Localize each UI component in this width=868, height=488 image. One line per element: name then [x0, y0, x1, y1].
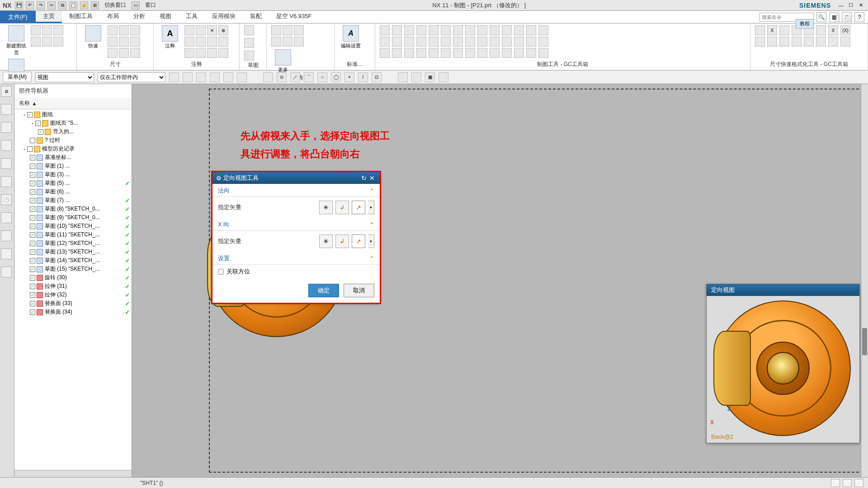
- ribbon-small-button[interactable]: [244, 25, 254, 35]
- collapse-icon[interactable]: ⌃: [369, 221, 374, 228]
- tree-row[interactable]: ✓草图 (1) ...: [14, 162, 132, 170]
- ribbon-small-button[interactable]: [490, 25, 500, 35]
- ribbon-small-button[interactable]: [130, 37, 140, 47]
- tree-row[interactable]: ✓草图 (12) "SKETCH_...✓: [14, 239, 132, 248]
- tree-checkbox[interactable]: ✓: [30, 172, 35, 178]
- search-icon[interactable]: 🔍: [816, 12, 826, 22]
- tree-row[interactable]: ✓草图 (10) "SKETCH_...✓: [14, 222, 132, 230]
- tree-row[interactable]: ✓基准坐标...: [14, 153, 132, 162]
- rail-button[interactable]: [1, 212, 12, 223]
- section-x[interactable]: X 向 ⌃: [212, 218, 380, 231]
- selbar-icon[interactable]: ⊡: [372, 72, 382, 82]
- selbar-icon[interactable]: ○: [317, 72, 327, 82]
- vector-constructor-icon[interactable]: ↗: [352, 201, 365, 214]
- rail-button[interactable]: [1, 122, 12, 133]
- rail-button[interactable]: [1, 140, 12, 151]
- statusbar-button[interactable]: [831, 479, 840, 487]
- copy-icon[interactable]: ⧉: [58, 1, 66, 9]
- ribbon-small-button[interactable]: [514, 37, 524, 47]
- ribbon-small-button[interactable]: [271, 37, 281, 47]
- ribbon-small-button[interactable]: [804, 37, 814, 47]
- history-icon[interactable]: 🕐: [1, 194, 12, 205]
- ribbon-small-button[interactable]: [840, 37, 850, 47]
- selbar-icon[interactable]: [439, 72, 448, 82]
- ribbon-small-button[interactable]: [380, 37, 390, 47]
- ribbon-small-button[interactable]: ✕: [207, 25, 217, 35]
- tree-row[interactable]: -模型历史记录: [14, 145, 132, 153]
- ribbon-small-button[interactable]: [502, 25, 512, 35]
- selbar-icon[interactable]: [411, 72, 421, 82]
- reverse-vector-icon[interactable]: ↲: [335, 201, 349, 214]
- ribbon-small-button[interactable]: [404, 37, 414, 47]
- settings-icon[interactable]: ⚙: [1, 86, 12, 97]
- tree-row[interactable]: ✓替换面 (33)✓: [14, 299, 132, 308]
- selbar-icon[interactable]: [223, 72, 233, 82]
- ribbon-small-button[interactable]: (X): [840, 25, 850, 35]
- tutorial-button[interactable]: 教程: [796, 19, 814, 28]
- ribbon-small-button[interactable]: [429, 25, 439, 35]
- ribbon-small-button[interactable]: [119, 37, 129, 47]
- selbar-icon[interactable]: [210, 72, 220, 82]
- rail-button[interactable]: [1, 249, 12, 259]
- cancel-button[interactable]: 取消: [344, 284, 374, 297]
- switch-window-label[interactable]: 切换窗口: [104, 1, 126, 9]
- selbar-icon[interactable]: [169, 72, 179, 82]
- ribbon-small-button[interactable]: [441, 37, 451, 47]
- selection-filter-2[interactable]: 仅在工作部件内: [98, 72, 165, 82]
- selbar-icon[interactable]: /: [358, 72, 368, 82]
- reverse-vector-icon[interactable]: ↲: [335, 235, 349, 248]
- menubar-tab[interactable]: 装配: [243, 11, 269, 23]
- tree-checkbox[interactable]: ✓: [30, 267, 35, 272]
- ok-button[interactable]: 确定: [308, 284, 339, 297]
- selbar-icon[interactable]: ⊙: [277, 72, 287, 82]
- menubar-tab[interactable]: 工具: [179, 11, 205, 23]
- ribbon-small-button[interactable]: [526, 48, 536, 58]
- menu-button[interactable]: 菜单(M): [3, 72, 32, 82]
- tree-row[interactable]: -✓图纸: [14, 110, 132, 119]
- save-icon[interactable]: 💾: [15, 1, 23, 9]
- vector-dropdown-icon[interactable]: ▾: [368, 235, 374, 248]
- ribbon-small-button[interactable]: [184, 48, 194, 58]
- ribbon-small-button[interactable]: [119, 48, 129, 58]
- new-drawing-sheet-button[interactable]: 新建图纸页: [5, 25, 28, 56]
- ribbon-small-button[interactable]: [207, 37, 217, 47]
- maximize-button[interactable]: ☐: [846, 2, 855, 9]
- more-button[interactable]: 更多: [271, 49, 295, 73]
- ribbon-small-button[interactable]: [755, 37, 765, 47]
- menubar-tab[interactable]: 视图: [152, 11, 179, 23]
- rail-button[interactable]: [1, 176, 12, 187]
- vector-dropdown-icon[interactable]: ▾: [368, 201, 374, 214]
- ribbon-small-button[interactable]: [283, 37, 292, 47]
- cut-icon[interactable]: ✂: [47, 1, 56, 9]
- tree-row[interactable]: ✓草图 (13) "SKETCH_...✓: [14, 248, 132, 256]
- tree-checkbox[interactable]: [30, 138, 35, 143]
- ribbon-small-button[interactable]: [184, 37, 194, 47]
- ribbon-small-button[interactable]: [416, 37, 426, 47]
- ribbon-small-button[interactable]: [514, 25, 524, 35]
- ribbon-small-button[interactable]: [502, 48, 512, 58]
- ribbon-small-button[interactable]: [538, 25, 548, 35]
- minimize-button[interactable]: —: [836, 2, 845, 9]
- touch-icon[interactable]: ☝: [80, 1, 88, 9]
- assoc-orient-checkbox[interactable]: [218, 269, 224, 275]
- selection-filter-1[interactable]: 视图: [35, 72, 94, 82]
- rail-button[interactable]: [1, 158, 12, 169]
- ribbon-small-button[interactable]: [42, 37, 52, 47]
- statusbar-button[interactable]: [854, 479, 863, 487]
- tree-row[interactable]: ✓导入的...: [14, 127, 132, 136]
- tree-checkbox[interactable]: ✓: [30, 310, 35, 315]
- close-button[interactable]: ✕: [856, 2, 865, 9]
- ribbon-small-button[interactable]: [392, 25, 402, 35]
- tree-checkbox[interactable]: ✓: [30, 224, 35, 229]
- tree-row[interactable]: ✓草图 (6) ...: [14, 188, 132, 196]
- expand-icon[interactable]: -: [22, 146, 27, 152]
- menubar-tab[interactable]: 布局: [100, 11, 126, 23]
- ribbon-small-button[interactable]: [779, 25, 789, 35]
- tree-row[interactable]: -✓图纸页 "S...: [14, 119, 132, 127]
- tree-row[interactable]: ✓草图 (3) ...: [14, 170, 132, 179]
- redo-icon[interactable]: ↷: [37, 1, 45, 9]
- selbar-icon[interactable]: [263, 72, 273, 82]
- dialog-reset-icon[interactable]: ↻: [360, 174, 368, 182]
- ribbon-small-button[interactable]: [271, 25, 281, 35]
- tree-row[interactable]: ✓草图 (9) "SKETCH_0...✓: [14, 213, 132, 222]
